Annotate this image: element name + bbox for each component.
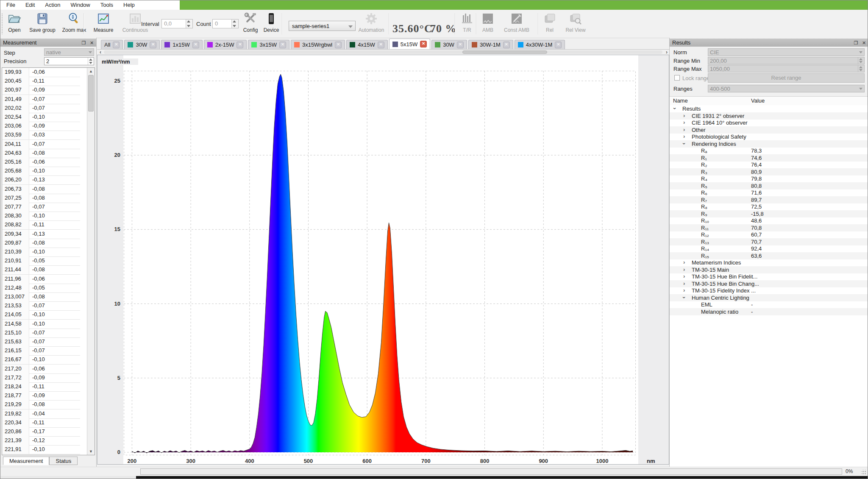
tab-scroll-left-icon[interactable]: ‹ [100, 49, 101, 55]
scrollbar-thumb[interactable] [88, 75, 94, 111]
table-row[interactable]: 208,30-0,10 [2, 212, 80, 221]
table-row[interactable]: 219,82-0,04 [2, 409, 80, 419]
tab-30w-1m-9[interactable]: 30W-1M✕ [468, 40, 513, 49]
menu-tools[interactable]: Tools [95, 0, 118, 10]
table-row[interactable]: 210,39-0,10 [2, 248, 80, 257]
tab-close-icon[interactable]: ✕ [555, 42, 562, 48]
tab-1x15w-2[interactable]: 1x15W✕ [161, 40, 202, 49]
tree-row[interactable]: EML- [670, 301, 868, 308]
tree-row[interactable]: ›TM-30-15 Fidelity Index ... [670, 287, 868, 294]
tab-30w-1[interactable]: 30W✕ [124, 40, 160, 49]
tab-scroll-track[interactable] [104, 50, 662, 54]
tab-3x15wrgbwl-5[interactable]: 3x15Wrgbwl✕ [291, 40, 345, 49]
tree-row[interactable]: ›CIE 1964 10° observer [670, 119, 868, 126]
precision-spin-arrows[interactable] [88, 58, 94, 65]
table-row[interactable]: 206,73-0,08 [2, 185, 80, 194]
measure-button[interactable]: Measure [90, 11, 117, 36]
tree-row[interactable]: ›Rendering Indices [670, 140, 868, 148]
tree-row[interactable]: ›Results [670, 105, 868, 112]
table-row[interactable]: 220,86-0,17 [2, 427, 80, 437]
table-row[interactable]: 204,63-0,08 [2, 149, 80, 158]
chevron-right-icon[interactable]: › [683, 112, 685, 119]
table-row[interactable]: 208,82-0,11 [2, 220, 80, 230]
chevron-down-icon[interactable]: › [671, 108, 678, 109]
tree-row[interactable]: R₆71,6 [670, 189, 868, 196]
chevron-right-icon[interactable]: › [683, 133, 685, 140]
tab-close-icon[interactable]: ✕ [113, 42, 120, 48]
tab-scroll-right-icon[interactable]: › [666, 49, 668, 55]
table-row[interactable]: 201,49-0,07 [2, 95, 80, 104]
table-row[interactable]: 218,24-0,11 [2, 382, 80, 392]
close-panel-icon[interactable]: ✕ [861, 40, 867, 46]
table-row[interactable]: 213,53-0,07 [2, 301, 80, 311]
tree-row[interactable]: R₉-15,8 [670, 210, 868, 217]
chevron-right-icon[interactable]: › [683, 259, 685, 266]
chevron-right-icon[interactable]: › [683, 280, 685, 287]
lock-range-checkbox[interactable] [674, 75, 680, 81]
tree-row[interactable]: Rₐ78,3 [670, 147, 868, 154]
tree-row[interactable]: R₇89,7 [670, 196, 868, 203]
tree-row[interactable]: R₁74,6 [670, 154, 868, 162]
config-button[interactable]: Config [240, 11, 261, 36]
reset-range-button[interactable]: Reset range [708, 73, 865, 83]
chevron-down-icon[interactable]: › [681, 296, 687, 298]
tree-row[interactable]: ›Metamerism Indices [670, 259, 868, 266]
tree-row[interactable]: R₁₅63,6 [670, 252, 868, 259]
tree-row[interactable]: R₁₂60,7 [670, 231, 868, 238]
table-row[interactable]: 213,007-0,08 [2, 292, 80, 302]
table-row[interactable]: 204,11-0,07 [2, 140, 80, 149]
scroll-up-icon[interactable]: ▲ [87, 68, 95, 75]
chevron-right-icon[interactable]: › [683, 126, 685, 133]
menu-edit[interactable]: Edit [20, 0, 40, 10]
tab-all-0[interactable]: All✕ [101, 40, 123, 49]
table-row[interactable]: 209,34-0,13 [2, 230, 80, 239]
tab-close-icon[interactable]: ✕ [457, 42, 464, 48]
tab-4x30w-1m-10[interactable]: 4x30W-1M✕ [515, 40, 565, 49]
tab-close-icon[interactable]: ✕ [236, 42, 243, 48]
toolbar-drag-handle[interactable] [1, 13, 3, 34]
table-row[interactable]: 203,06-0,09 [2, 122, 80, 131]
dock-tab-measurement[interactable]: Measurement [3, 457, 49, 465]
chevron-right-icon[interactable]: › [683, 273, 685, 280]
tab-close-icon[interactable]: ✕ [279, 42, 286, 48]
tab-close-icon[interactable]: ✕ [192, 42, 199, 48]
tree-row[interactable]: R₁₃70,7 [670, 238, 868, 245]
count-spin-arrows[interactable] [231, 19, 238, 28]
tree-row[interactable]: ›CIE 1931 2° observer [670, 112, 868, 120]
chevron-down-icon[interactable]: › [681, 142, 687, 144]
tab-close-icon[interactable]: ✕ [335, 42, 342, 48]
tree-row[interactable]: R₅80,8 [670, 182, 868, 189]
interval-spinbox[interactable]: 0,0 [161, 19, 193, 28]
table-row[interactable]: 206,20-0,13 [2, 175, 80, 185]
table-row[interactable]: 200,97-0,09 [2, 86, 80, 95]
menu-help[interactable]: Help [118, 0, 140, 10]
table-row[interactable]: 211,44-0,08 [2, 265, 80, 275]
table-row[interactable]: 220,34-0,11 [2, 418, 80, 428]
tab-5x15w-7[interactable]: 5x15W✕ [389, 39, 430, 49]
table-row[interactable]: 214,05-0,10 [2, 310, 80, 320]
tab-close-icon[interactable]: ✕ [378, 42, 384, 48]
table-row[interactable]: 212,48-0,05 [2, 284, 80, 293]
tree-row[interactable]: R₄79,8 [670, 175, 868, 182]
table-row[interactable]: 216,67-0,10 [2, 355, 80, 365]
float-panel-icon[interactable]: ❐ [853, 40, 859, 46]
save-group-button[interactable]: Save group [27, 11, 58, 36]
tab-4x15w-6[interactable]: 4x15W✕ [346, 40, 387, 49]
table-row[interactable]: 199,93-0,06 [2, 68, 80, 77]
sample-series-select[interactable]: sample-series1 [289, 21, 356, 31]
table-row[interactable]: 216,15-0,07 [2, 346, 80, 356]
dock-tab-status[interactable]: Status [49, 457, 78, 465]
menu-file[interactable]: File [1, 0, 20, 10]
table-row[interactable]: 219,29-0,08 [2, 400, 80, 409]
menu-window[interactable]: Window [66, 0, 95, 10]
tab-close-icon[interactable]: ✕ [420, 41, 427, 47]
table-row[interactable]: 202,02-0,07 [2, 104, 80, 113]
table-row[interactable]: 203,59-0,03 [2, 131, 80, 140]
measurement-table-scrollbar[interactable]: ▲ ▼ [87, 68, 95, 455]
table-row[interactable]: 221,39-0,12 [2, 436, 80, 446]
table-row[interactable]: 217,20-0,06 [2, 365, 80, 374]
tree-row[interactable]: R₁₁70,8 [670, 224, 868, 231]
tab-30w-8[interactable]: 30W✕ [431, 40, 467, 49]
device-button[interactable]: Device [262, 11, 281, 36]
tab-scroll-handle[interactable] [462, 50, 547, 54]
